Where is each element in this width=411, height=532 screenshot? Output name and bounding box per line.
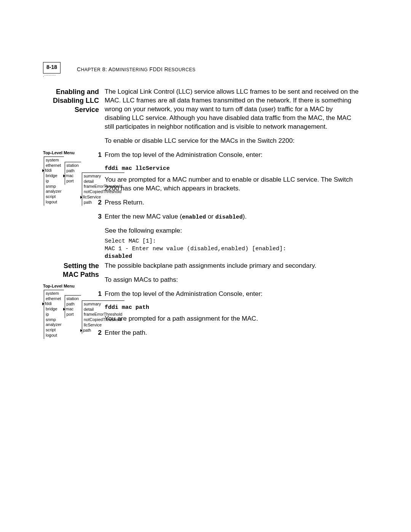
step-text: or (206, 213, 215, 220)
chapter-title: CHAPTER 8: ADMINISTERING FDDI RESOURCES (68, 61, 196, 78)
menu-item: llcService (84, 195, 122, 200)
chapter-t4: ESOURCES (168, 67, 195, 72)
step-text: Enter the path. (105, 329, 360, 337)
page: 8-18 .········ CHAPTER 8: ADMINISTERING … (0, 0, 411, 532)
menu-col-2: station path mac port (65, 162, 81, 185)
menu-item: notCopiedThreshold (84, 189, 122, 195)
paragraph: The possible backplane path assignments … (105, 262, 360, 270)
chapter-num: 8: A (100, 66, 112, 72)
menu-item: logout (46, 333, 62, 338)
command-text: fddi mac path (105, 304, 360, 312)
menu-item: system (46, 291, 62, 296)
menu-item: frameErrorThreshold (84, 184, 122, 189)
paragraph: You are prompted for a path assignment f… (105, 315, 360, 323)
menu-item: ip (46, 312, 62, 317)
menu-title: Top-Level Menu (43, 150, 124, 156)
menu-item: summary (84, 302, 122, 307)
step-3: 3 Enter the new MAC value (enabled or di… (105, 212, 360, 266)
menu-item: mac (67, 307, 79, 312)
paragraph: To assign MACs to paths: (105, 276, 360, 284)
code-line: disabled (105, 253, 132, 260)
menu-item: frameErrorThreshold (84, 312, 122, 317)
menu-item: logout (46, 200, 62, 205)
menu-item: script (46, 328, 62, 333)
step-2: 2 Press Return. (105, 198, 360, 207)
arrow-icon (42, 169, 44, 172)
page-header: 8-18 .········ CHAPTER 8: ADMINISTERING … (43, 61, 196, 78)
menu-item: mac (67, 173, 79, 179)
menu-col-1: system ethernet fddi bridge ip snmp anal… (44, 157, 64, 206)
menu-item: path (67, 168, 79, 174)
menu-col-1: system ethernet fddi bridge ip snmp anal… (44, 290, 64, 339)
menu-item: ethernet (46, 163, 62, 168)
paragraph: See the following example: (105, 227, 360, 235)
paragraph: The Logical Link Control (LLC) service a… (105, 88, 360, 131)
menu-item: ip (46, 179, 62, 184)
heading-line: Disabling LLC (0, 96, 99, 105)
chapter-t3: FDDI R (148, 66, 168, 72)
chapter-t1: HAPTER (81, 67, 101, 72)
heading-line: Service (0, 105, 99, 114)
menu-diagram-2: Top-Level Menu system ethernet fddi brid… (43, 284, 124, 339)
step-text: From the top level of the Administration… (105, 290, 360, 299)
chapter-t2: DMINISTERING (112, 67, 148, 72)
inline-code: disabled (215, 214, 243, 220)
menu-item: analyzer (46, 322, 62, 328)
inline-code: enabled (182, 214, 206, 220)
arrow-icon (63, 174, 65, 177)
menu-title: Top-Level Menu (43, 284, 124, 289)
menu-item: snmp (46, 184, 62, 189)
menu-col-3: summary detail frameErrorThreshold notCo… (82, 173, 124, 206)
code-line: MAC 1 - Enter new value (disabled,enable… (105, 246, 286, 252)
menu-item: fddi (46, 301, 62, 307)
menu-item: station (67, 163, 79, 168)
menu-item: system (46, 158, 62, 163)
step-content: From the top level of the Administration… (105, 290, 360, 323)
heading-line: MAC Paths (0, 270, 99, 279)
page-number: 8-18 (43, 62, 61, 73)
step-text: Press Return. (105, 198, 360, 207)
heading-line: Setting the (0, 262, 99, 270)
step-2: 2 Enter the path. (105, 329, 360, 337)
menu-item: analyzer (46, 189, 62, 194)
command-text: fddi mac llcService (105, 165, 360, 173)
menu-columns: system ethernet fddi bridge ip snmp anal… (43, 290, 124, 339)
menu-item: notCopiedThreshold (84, 317, 122, 323)
step-content: From the top level of the Administration… (105, 151, 360, 193)
paragraph: You are prompted for a MAC number and to… (105, 176, 360, 193)
paragraph: To enable or disable LLC service for the… (105, 137, 360, 145)
section-body-llc: The Logical Link Control (LLC) service a… (105, 88, 360, 272)
arrow-icon (63, 308, 65, 311)
menu-col-2: station path mac port (65, 295, 81, 318)
menu-item: path (84, 200, 122, 205)
heading-line: Enabling and (0, 88, 99, 96)
menu-item: bridge (46, 307, 62, 312)
arrow-icon (80, 196, 82, 199)
menu-item: detail (84, 179, 122, 184)
page-number-box: 8-18 .········ (43, 62, 61, 77)
menu-item: summary (84, 174, 122, 179)
step-content: Enter the new MAC value (enabled or disa… (105, 212, 360, 266)
menu-item: snmp (46, 317, 62, 323)
step-text: From the top level of the Administration… (105, 151, 360, 160)
menu-item: detail (84, 307, 122, 312)
step-1: 1 From the top level of the Administrati… (105, 151, 360, 193)
menu-item: llcService (84, 323, 122, 328)
menu-col-3: summary detail frameErrorThreshold notCo… (82, 300, 124, 334)
step-text: Enter the new MAC value ( (105, 213, 182, 220)
menu-item: bridge (46, 173, 62, 179)
menu-diagram-1: Top-Level Menu system ethernet fddi brid… (43, 150, 124, 206)
menu-item: path (84, 328, 122, 333)
arrow-icon (42, 302, 44, 305)
step-number: 3 (93, 212, 102, 266)
menu-item: port (67, 179, 79, 184)
chapter-cap: C (77, 66, 81, 72)
menu-item: ethernet (46, 296, 62, 302)
code-line: Select MAC [1]: (105, 238, 156, 244)
menu-item: script (46, 194, 62, 200)
section-body-mac-paths: The possible backplane path assignments … (105, 262, 360, 343)
menu-item: path (67, 302, 79, 307)
menu-item: fddi (46, 168, 62, 173)
code-example: Select MAC [1]: MAC 1 - Enter new value … (105, 238, 360, 261)
arrow-icon (80, 329, 82, 332)
